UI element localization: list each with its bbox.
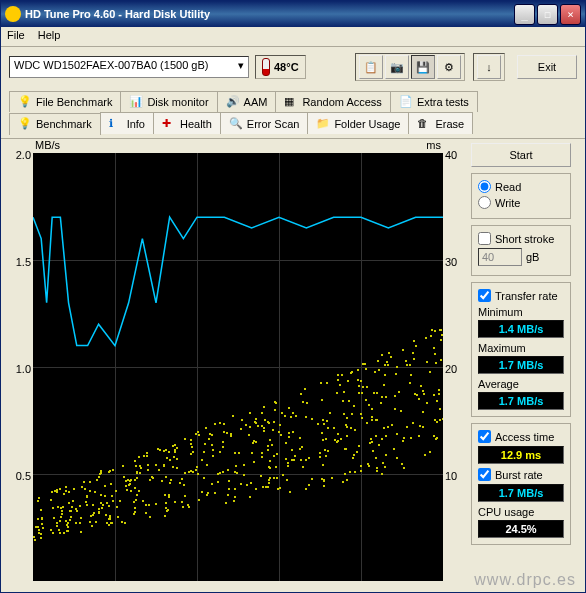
access-time-dot (406, 364, 408, 366)
start-button[interactable]: Start (471, 143, 571, 167)
short-stroke-input (478, 248, 522, 266)
access-time-dot (109, 518, 111, 520)
tab-extra-tests[interactable]: 📄Extra tests (390, 91, 478, 112)
access-time-dot (211, 483, 213, 485)
access-time-dot (208, 438, 210, 440)
access-time-dot (147, 464, 149, 466)
access-time-dot (340, 438, 342, 440)
drive-select[interactable]: WDC WD1502FAEX-007BA0 (1500 gB) ▾ (9, 56, 249, 78)
access-time-dot (304, 388, 306, 390)
access-time-dot (337, 374, 339, 376)
tab-error-scan[interactable]: 🔍Error Scan (220, 112, 309, 134)
tab-file-benchmark[interactable]: 💡File Benchmark (9, 91, 121, 112)
access-time-dot (390, 356, 392, 358)
access-time-dot (415, 345, 417, 347)
menu-file[interactable]: File (7, 29, 25, 41)
access-time-dot (104, 495, 106, 497)
access-time-dot (347, 380, 349, 382)
average-label: Average (478, 378, 564, 390)
save-button[interactable]: 💾 (411, 55, 435, 79)
access-time-dot (232, 415, 234, 417)
access-time-dot (293, 459, 295, 461)
access-time-dot (289, 491, 291, 493)
access-time-dot (374, 371, 376, 373)
minimize-button[interactable]: _ (514, 4, 535, 25)
access-time-dot (140, 467, 142, 469)
access-time-dot (356, 451, 358, 453)
options-button[interactable]: ⚙ (437, 55, 461, 79)
access-time-dot (254, 421, 256, 423)
access-time-dot (268, 482, 270, 484)
exit-button[interactable]: Exit (517, 55, 577, 79)
write-radio[interactable] (478, 196, 491, 209)
access-time-dot (211, 444, 213, 446)
access-time-dot (438, 389, 440, 391)
access-time-dot (190, 443, 192, 445)
access-time-dot (163, 464, 165, 466)
access-time-dot (164, 515, 166, 517)
tab-health[interactable]: ✚Health (153, 112, 221, 134)
y-right-tick: 20 (445, 363, 457, 375)
transfer-checkbox[interactable] (478, 289, 491, 302)
access-time-dot (346, 426, 348, 428)
toolbar-group-2: ↓ (473, 53, 505, 81)
access-time-dot (155, 503, 157, 505)
menu-help[interactable]: Help (38, 29, 61, 41)
access-time-dot (197, 473, 199, 475)
access-time-dot (65, 520, 67, 522)
tab-info[interactable]: ℹInfo (100, 112, 154, 134)
access-time-dot (111, 495, 113, 497)
close-button[interactable]: × (560, 4, 581, 25)
tab-row-1: 💡File Benchmark 📊Disk monitor 🔊AAM ▦Rand… (9, 91, 577, 112)
access-time-dot (396, 457, 398, 459)
access-time-dot (376, 392, 378, 394)
access-time-dot (181, 501, 183, 503)
access-time-dot (349, 471, 351, 473)
access-time-dot (169, 482, 171, 484)
access-time-dot (80, 517, 82, 519)
access-time-dot (339, 384, 341, 386)
tab-erase[interactable]: 🗑Erase (408, 112, 473, 134)
minimize-tray-button[interactable]: ↓ (477, 55, 501, 79)
tab-aam[interactable]: 🔊AAM (217, 91, 277, 112)
access-time-dot (34, 539, 36, 541)
short-stroke-checkbox[interactable] (478, 232, 491, 245)
access-time-dot (436, 400, 438, 402)
tab-benchmark[interactable]: 💡Benchmark (9, 113, 101, 135)
access-time-dot (286, 479, 288, 481)
access-checkbox[interactable] (478, 430, 491, 443)
tab-disk-monitor[interactable]: 📊Disk monitor (120, 91, 217, 112)
read-radio[interactable] (478, 180, 491, 193)
access-time-dot (169, 459, 171, 461)
access-time-dot (40, 509, 42, 511)
access-time-dot (382, 462, 384, 464)
erase-icon: 🗑 (417, 117, 431, 131)
health-icon: ✚ (162, 117, 176, 131)
access-time-dot (173, 456, 175, 458)
access-time-dot (334, 439, 336, 441)
access-time-dot (375, 457, 377, 459)
access-time-dot (69, 519, 71, 521)
access-time-dot (360, 380, 362, 382)
access-time-dot (302, 401, 304, 403)
access-time-dot (343, 391, 345, 393)
access-time-dot (124, 522, 126, 524)
copy-info-button[interactable]: 📋 (359, 55, 383, 79)
access-time-dot (211, 434, 213, 436)
access-time-dot (174, 501, 176, 503)
burst-checkbox[interactable] (478, 468, 491, 481)
maximize-button[interactable]: ☐ (537, 4, 558, 25)
access-time-dot (243, 474, 245, 476)
access-time-dot (422, 426, 424, 428)
access-time-dot (430, 335, 432, 337)
average-value: 1.7 MB/s (478, 392, 564, 410)
access-time-dot (287, 465, 289, 467)
screenshot-button[interactable]: 📷 (385, 55, 409, 79)
access-time-dot (326, 420, 328, 422)
tab-random-access[interactable]: ▦Random Access (275, 91, 390, 112)
access-time-dot (56, 522, 58, 524)
access-time-dot (112, 469, 114, 471)
access-time-dot (65, 490, 67, 492)
tab-folder-usage[interactable]: 📁Folder Usage (307, 112, 409, 134)
y-left-label: MB/s (35, 139, 60, 153)
